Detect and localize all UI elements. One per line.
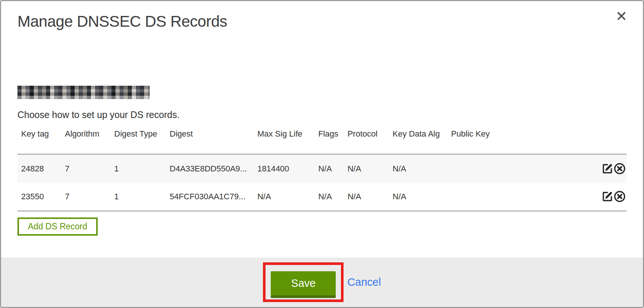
close-icon[interactable]: ✕ (615, 9, 627, 23)
add-ds-record-button[interactable]: Add DS Record (17, 217, 98, 236)
cell-protocol: N/A (345, 154, 390, 183)
cell-protocol: N/A (345, 183, 390, 211)
cell-algorithm: 7 (62, 183, 111, 211)
column-header-key-tag: Key tag (17, 125, 62, 154)
table-row: 23550 7 1 54FCF030AA1C79... N/A N/A N/A … (17, 183, 627, 211)
cell-key-tag: 23550 (17, 183, 62, 211)
cell-algorithm: 7 (62, 154, 111, 183)
column-header-protocol: Protocol (345, 125, 390, 154)
cell-digest-type: 1 (111, 183, 167, 211)
cell-flags: N/A (315, 183, 345, 211)
row-actions (582, 183, 627, 211)
page-title: Manage DNSSEC DS Records (17, 12, 627, 31)
dialog-body: ✕ Manage DNSSEC DS Records Choose how to… (1, 1, 643, 258)
cell-digest: D4A33E8DD550A9... (167, 154, 254, 183)
row-actions (582, 154, 627, 183)
column-header-key-data-alg: Key Data Alg (390, 125, 448, 154)
delete-circle-x-icon (614, 198, 626, 204)
ds-records-table: Key tag Algorithm Digest Type Digest Max… (17, 125, 627, 212)
delete-record-button[interactable] (614, 190, 626, 203)
cell-key-tag: 24828 (17, 154, 62, 183)
cell-max-sig-life: 1814400 (254, 154, 315, 183)
cell-digest: 54FCF030AA1C79... (167, 183, 254, 211)
table-row: 24828 7 1 D4A33E8DD550A9... 1814400 N/A … (17, 154, 627, 183)
column-header-algorithm: Algorithm (62, 125, 111, 154)
delete-circle-x-icon (614, 170, 626, 176)
cell-max-sig-life: N/A (254, 183, 315, 211)
domain-name-redacted (17, 86, 150, 99)
instruction-text: Choose how to set up your DS records. (17, 109, 627, 120)
annotation-highlight-red-box: Save (263, 262, 344, 302)
cell-key-data-alg: N/A (390, 154, 448, 183)
cell-digest-type: 1 (111, 154, 167, 183)
manage-dnssec-ds-records-dialog: ✕ Manage DNSSEC DS Records Choose how to… (0, 0, 644, 308)
column-header-digest-type: Digest Type (111, 125, 167, 154)
edit-icon (601, 170, 614, 176)
column-header-digest: Digest (167, 125, 254, 154)
save-button[interactable]: Save (271, 271, 336, 298)
column-header-flags: Flags (315, 125, 345, 154)
edit-record-button[interactable] (601, 190, 614, 203)
edit-icon (601, 198, 614, 204)
dialog-footer: Save Cancel (1, 258, 643, 307)
column-header-actions (582, 125, 627, 154)
cell-flags: N/A (315, 154, 345, 183)
edit-record-button[interactable] (601, 163, 614, 175)
delete-record-button[interactable] (614, 163, 626, 175)
table-header-row: Key tag Algorithm Digest Type Digest Max… (17, 125, 627, 154)
cancel-link[interactable]: Cancel (347, 276, 381, 288)
column-header-max-sig-life: Max Sig Life (254, 125, 315, 154)
cell-public-key (448, 183, 581, 211)
cell-public-key (448, 154, 581, 183)
column-header-public-key: Public Key (448, 125, 581, 154)
cell-key-data-alg: N/A (390, 183, 448, 211)
